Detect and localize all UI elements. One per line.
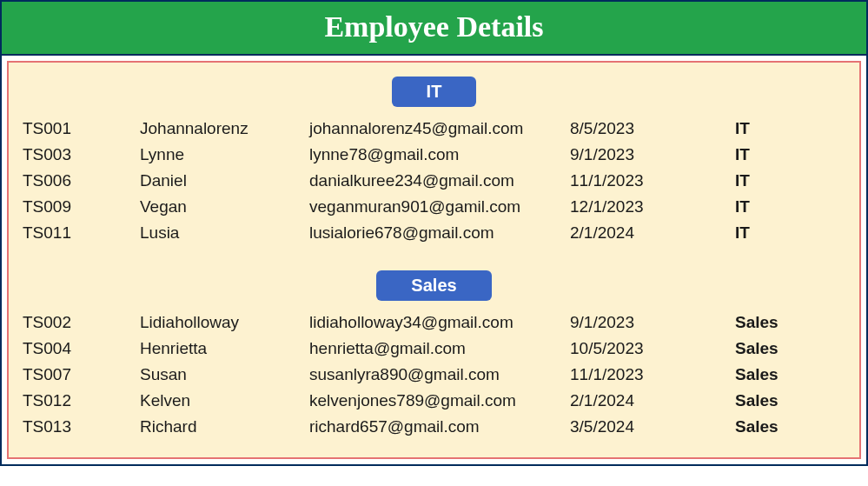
cell-name: Henrietta <box>140 339 309 358</box>
table-row: TS012 Kelven kelvenjones789@gmail.com 2/… <box>16 388 852 414</box>
cell-name: Lynne <box>140 145 309 164</box>
cell-date: 2/1/2024 <box>561 391 735 410</box>
cell-id: TS006 <box>23 171 140 190</box>
group-rows-sales: TS002 Lidiaholloway lidiaholloway34@gmai… <box>16 310 852 440</box>
cell-id: TS003 <box>23 145 140 164</box>
table-row: TS004 Henrietta henrietta@gmail.com 10/5… <box>16 336 852 362</box>
group-header-it: IT <box>16 77 852 107</box>
cell-dept: IT <box>735 171 839 190</box>
cell-email: johannalorenz45@gmail.com <box>309 119 561 138</box>
page-title: Employee Details <box>2 2 866 56</box>
cell-id: TS011 <box>23 223 140 243</box>
cell-name: Daniel <box>140 171 309 190</box>
cell-date: 2/1/2024 <box>561 223 735 243</box>
cell-id: TS009 <box>23 197 140 216</box>
report-body: IT TS001 Johannalorenz johannalorenz45@g… <box>7 61 861 459</box>
group-rows-it: TS001 Johannalorenz johannalorenz45@gmai… <box>16 116 852 246</box>
cell-date: 9/1/2023 <box>561 145 735 164</box>
cell-date: 10/5/2023 <box>561 339 735 358</box>
table-row: TS007 Susan susanlyra890@gmail.com 11/1/… <box>16 362 852 388</box>
table-row: TS003 Lynne lynne78@gmail.com 9/1/2023 I… <box>16 142 852 168</box>
group-chip: Sales <box>376 270 491 301</box>
cell-dept: Sales <box>735 417 839 436</box>
cell-date: 12/1/2023 <box>561 197 735 216</box>
table-row: TS006 Daniel danialkuree234@gmail.com 11… <box>16 168 852 194</box>
cell-dept: IT <box>735 223 839 243</box>
cell-dept: Sales <box>735 313 839 332</box>
cell-date: 11/1/2023 <box>561 171 735 190</box>
table-row: TS009 Vegan veganmuran901@gamil.com 12/1… <box>16 194 852 220</box>
cell-dept: Sales <box>735 339 839 358</box>
cell-email: henrietta@gmail.com <box>309 339 561 358</box>
cell-name: Lusia <box>140 223 309 243</box>
cell-name: Lidiaholloway <box>140 313 309 332</box>
cell-email: kelvenjones789@gmail.com <box>309 391 561 410</box>
cell-date: 3/5/2024 <box>561 417 735 436</box>
cell-name: Vegan <box>140 197 309 216</box>
cell-id: TS004 <box>23 339 140 358</box>
cell-id: TS001 <box>23 119 140 138</box>
cell-email: lidiaholloway34@gmail.com <box>309 313 561 332</box>
cell-date: 9/1/2023 <box>561 313 735 332</box>
cell-name: Johannalorenz <box>140 119 309 138</box>
cell-dept: Sales <box>735 365 839 384</box>
cell-name: Richard <box>140 417 309 436</box>
cell-id: TS013 <box>23 417 140 436</box>
cell-dept: Sales <box>735 391 839 410</box>
table-row: TS011 Lusia lusialorie678@gmail.com 2/1/… <box>16 220 852 246</box>
cell-email: richard657@gmail.com <box>309 417 561 436</box>
cell-dept: IT <box>735 197 839 216</box>
group-header-sales: Sales <box>16 270 852 301</box>
cell-email: lusialorie678@gmail.com <box>309 223 561 243</box>
cell-id: TS012 <box>23 391 140 410</box>
report-container: Employee Details IT TS001 Johannalorenz … <box>0 0 868 466</box>
group-chip: IT <box>392 77 477 107</box>
cell-email: veganmuran901@gamil.com <box>309 197 561 216</box>
table-row: TS001 Johannalorenz johannalorenz45@gmai… <box>16 116 852 142</box>
cell-email: lynne78@gmail.com <box>309 145 561 164</box>
cell-id: TS007 <box>23 365 140 384</box>
cell-date: 11/1/2023 <box>561 365 735 384</box>
table-row: TS002 Lidiaholloway lidiaholloway34@gmai… <box>16 310 852 336</box>
table-row: TS013 Richard richard657@gmail.com 3/5/2… <box>16 414 852 440</box>
cell-email: susanlyra890@gmail.com <box>309 365 561 384</box>
cell-name: Kelven <box>140 391 309 410</box>
cell-dept: IT <box>735 119 839 138</box>
cell-date: 8/5/2023 <box>561 119 735 138</box>
cell-email: danialkuree234@gmail.com <box>309 171 561 190</box>
cell-dept: IT <box>735 145 839 164</box>
cell-name: Susan <box>140 365 309 384</box>
cell-id: TS002 <box>23 313 140 332</box>
